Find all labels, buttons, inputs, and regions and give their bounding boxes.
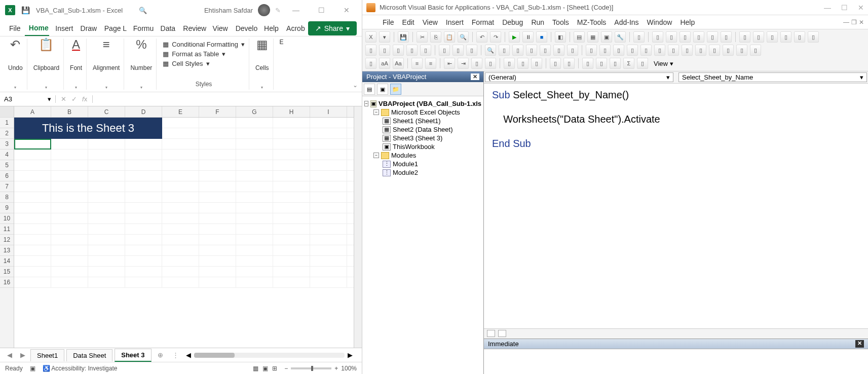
object-dropdown[interactable]: (General)▾ — [485, 72, 673, 82]
col-header[interactable]: E — [162, 106, 199, 117]
object-browser-icon[interactable]: ▣ — [601, 31, 612, 43]
maximize-button[interactable]: ☐ — [841, 4, 848, 12]
toolbar-icon[interactable]: ▯ — [553, 45, 564, 56]
menu-run[interactable]: Run — [531, 18, 544, 26]
chevron-down-icon[interactable]: ▾ — [140, 85, 142, 90]
toolbar-icon[interactable]: ▯ — [693, 31, 704, 43]
project-tree[interactable]: −▣VBAProject (VBA_Call_Sub-1.xls −Micros… — [362, 96, 483, 374]
toolbar-icon[interactable]: ▯ — [512, 45, 523, 56]
spreadsheet-grid[interactable]: 1 2 3 4 5 6 7 8 9 10 11 12 13 14 15 16 A… — [0, 106, 362, 348]
list-icon[interactable]: ≡ — [411, 58, 423, 69]
uncomment-icon[interactable]: ▯ — [485, 58, 496, 69]
toolbar-icon[interactable]: ▯ — [695, 45, 706, 56]
tab-formulas[interactable]: Formu — [129, 21, 155, 35]
sheet-tab[interactable]: Sheet1 — [30, 349, 64, 361]
toolbar-icon[interactable]: ▯ — [707, 31, 718, 43]
row-header[interactable]: 10 — [0, 213, 14, 224]
toolbar-icon[interactable]: ▯ — [682, 45, 693, 56]
reset-icon[interactable]: ■ — [536, 31, 547, 43]
col-header[interactable]: G — [236, 106, 273, 117]
tree-sheet[interactable]: ▦Sheet3 (Sheet 3) — [364, 134, 481, 142]
cell-styles[interactable]: ▦Cell Styles▾ — [163, 60, 245, 67]
comment-icon[interactable]: ▯ — [471, 58, 482, 69]
menu-insert[interactable]: Insert — [446, 18, 464, 26]
horizontal-scrollbar[interactable]: ◀ ▶ — [181, 351, 358, 359]
number-icon[interactable]: % — [136, 39, 146, 51]
toolbar-icon[interactable]: ▯ — [365, 58, 376, 69]
toolbar-icon[interactable]: ▯ — [540, 45, 551, 56]
minimize-button[interactable]: — — [824, 4, 831, 12]
toolbar-icon[interactable]: ▯ — [739, 31, 750, 43]
indent-icon[interactable]: ⇤ — [444, 58, 455, 69]
pen-icon[interactable]: ✎ — [275, 7, 281, 14]
toolbar-icon[interactable]: ▯ — [420, 45, 431, 56]
toolbar-icon[interactable]: ▯ — [654, 45, 665, 56]
scroll-thumb[interactable] — [194, 353, 235, 358]
tab-file[interactable]: File — [5, 21, 23, 35]
scroll-right-icon[interactable]: ▶ — [348, 351, 353, 359]
undo-icon[interactable]: ↶ — [476, 31, 487, 43]
row-header[interactable]: 15 — [0, 267, 14, 277]
col-header[interactable]: D — [125, 106, 162, 117]
col-header[interactable]: A — [14, 106, 51, 117]
page-break-icon[interactable]: ⊞ — [272, 365, 277, 372]
font-icon[interactable]: A — [72, 39, 80, 51]
chevron-down-icon[interactable]: ▾ — [105, 85, 107, 90]
zoom-control[interactable]: − + 100% — [284, 365, 357, 372]
toolbar-icon[interactable]: ▯ — [526, 45, 537, 56]
menu-addins[interactable]: Add-Ins — [614, 18, 638, 26]
toolbar-icon[interactable]: ▯ — [794, 31, 805, 43]
menu-mztools[interactable]: MZ-Tools — [577, 18, 607, 26]
zoom-in-icon[interactable]: + — [334, 365, 338, 372]
sheet-nav-prev[interactable]: ◀ — [4, 351, 15, 359]
merged-cell[interactable]: This is the Sheet 3 — [14, 118, 162, 139]
toolbar-icon[interactable]: ▯ — [808, 31, 819, 43]
view-object-icon[interactable]: ▣ — [377, 84, 388, 95]
close-icon[interactable]: ✕ — [471, 73, 479, 80]
tree-sheet[interactable]: ▦Sheet1 (Sheet1) — [364, 117, 481, 125]
zoom-thumb[interactable] — [311, 366, 313, 371]
row-header[interactable]: 11 — [0, 224, 14, 235]
menu-window[interactable]: Window — [647, 18, 672, 26]
toolbar-icon[interactable]: ▯ — [753, 31, 764, 43]
sheet-tab-active[interactable]: Sheet 3 — [115, 349, 151, 362]
toggle-folders-icon[interactable]: 📁 — [390, 84, 401, 95]
toolbar-icon[interactable]: ▯ — [736, 45, 747, 56]
cancel-icon[interactable]: ✕ — [61, 95, 66, 103]
col-header[interactable]: F — [199, 106, 236, 117]
toolbar-icon[interactable]: ▯ — [723, 45, 734, 56]
row-header[interactable]: 12 — [0, 235, 14, 245]
list-icon[interactable]: ≡ — [425, 58, 436, 69]
outdent-icon[interactable]: ⇥ — [458, 58, 469, 69]
toolbar-icon[interactable]: ▯ — [567, 45, 578, 56]
toolbar-icon[interactable]: ▯ — [531, 58, 542, 69]
toolbar-icon[interactable]: ▯ — [499, 45, 510, 56]
tab-developer[interactable]: Develo — [232, 21, 258, 35]
procedure-dropdown[interactable]: Select_Sheet_by_Name▾ — [678, 72, 867, 82]
toolbar-icon[interactable]: ▯ — [750, 45, 761, 56]
toolbar-icon[interactable]: ▯ — [586, 45, 597, 56]
tab-help[interactable]: Help — [260, 21, 280, 35]
full-module-view-icon[interactable] — [498, 330, 506, 337]
toolbar-icon[interactable]: ▯ — [393, 45, 404, 56]
toolbar-icon[interactable]: ▯ — [652, 31, 663, 43]
toolbar-icon[interactable]: ▯ — [550, 58, 561, 69]
chevron-down-icon[interactable]: ▾ — [261, 85, 263, 90]
menu-view[interactable]: View — [423, 18, 438, 26]
toolbar-icon[interactable]: ▯ — [365, 45, 376, 56]
accessibility-status[interactable]: ♿ Accessibility: Investigate — [43, 365, 118, 372]
toolbar-icon[interactable]: ▯ — [439, 45, 450, 56]
toolbar-icon[interactable]: ▯ — [610, 58, 621, 69]
row-header[interactable]: 4 — [0, 149, 14, 160]
macro-icon[interactable]: ▣ — [30, 365, 35, 372]
row-header[interactable]: 5 — [0, 160, 14, 171]
toolbar-icon[interactable]: ▯ — [596, 58, 607, 69]
redo-icon[interactable]: ↷ — [490, 31, 501, 43]
enter-icon[interactable]: ✓ — [71, 95, 77, 103]
cut-icon[interactable]: ✂ — [417, 31, 428, 43]
col-header[interactable]: B — [51, 106, 88, 117]
tree-folder-excel-objects[interactable]: −Microsoft Excel Objects — [364, 108, 481, 117]
tree-module[interactable]: ⋮Module1 — [364, 160, 481, 168]
menu-file[interactable]: File — [383, 18, 394, 26]
alignment-icon[interactable]: ≡ — [103, 39, 110, 51]
